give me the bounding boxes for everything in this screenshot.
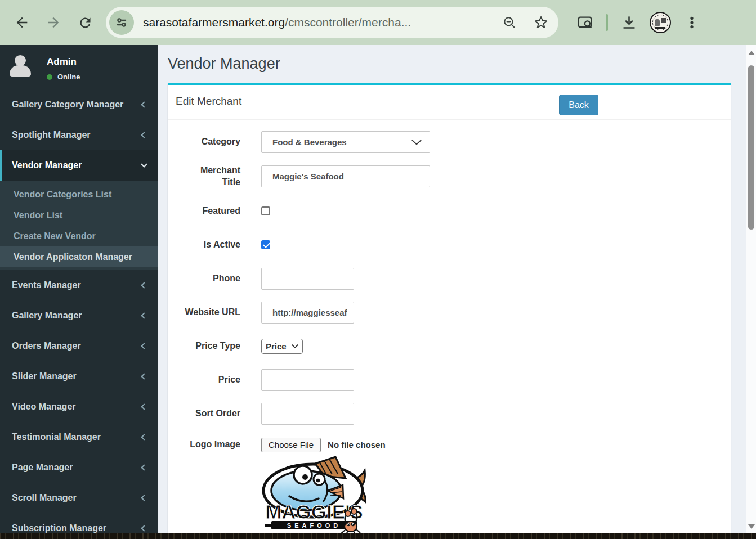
- scrollbar-thumb[interactable]: [748, 65, 754, 230]
- vertical-scrollbar[interactable]: [746, 45, 756, 533]
- scroll-up-arrow[interactable]: [748, 51, 755, 55]
- is-active-checkbox[interactable]: [261, 240, 270, 249]
- file-status-text: No file chosen: [328, 440, 386, 450]
- edit-merchant-form: Category Food & Beverages Merchant Title…: [168, 120, 731, 538]
- price-label: Price: [184, 374, 240, 386]
- sidebar-item-label: Subscription Manager: [12, 523, 142, 533]
- website-url-input[interactable]: [261, 302, 354, 324]
- price-type-select[interactable]: Price: [261, 339, 303, 354]
- phone-input[interactable]: [261, 268, 354, 290]
- sidebar-item-events-manager[interactable]: Events Manager: [0, 270, 158, 300]
- sidebar-item-label: Slider Manager: [12, 371, 142, 381]
- sidebar-item-spotlight-manager[interactable]: Spotlight Manager: [0, 120, 158, 150]
- price-input[interactable]: [261, 369, 354, 391]
- submenu-item-label: Vendor List: [14, 210, 62, 221]
- sidebar-item-label: Events Manager: [12, 280, 142, 290]
- zoom-icon[interactable]: [501, 14, 518, 31]
- chevron-left-icon: [141, 282, 147, 288]
- sidebar-item-testimonial-manager[interactable]: Testimonial Manager: [0, 422, 158, 452]
- sidebar-item-vendor-manager[interactable]: Vendor Manager: [0, 150, 158, 181]
- sidebar-item-label: Orders Manager: [12, 341, 142, 351]
- side-panel-search-icon[interactable]: [576, 14, 593, 31]
- edit-merchant-panel: Edit Merchant Back Category Food & Bever…: [168, 83, 731, 533]
- is-active-label: Is Active: [184, 239, 240, 251]
- sidebar-item-page-manager[interactable]: Page Manager: [0, 452, 158, 483]
- user-avatar-icon: [7, 53, 33, 79]
- sidebar-item-label: Scroll Manager: [12, 493, 142, 503]
- vendor-manager-submenu: Vendor Categories List Vendor List Creat…: [0, 181, 158, 270]
- bookmark-star-icon[interactable]: [533, 14, 549, 31]
- choose-file-button[interactable]: Choose File: [261, 438, 321, 452]
- chevron-left-icon: [141, 343, 147, 349]
- submenu-item-create-new-vendor[interactable]: Create New Vendor: [0, 226, 158, 246]
- sidebar-item-scroll-manager[interactable]: Scroll Manager: [0, 483, 158, 513]
- sidebar-item-label: Video Manager: [12, 402, 142, 412]
- sidebar-item-orders-manager[interactable]: Orders Manager: [0, 331, 158, 361]
- sidebar-item-video-manager[interactable]: Video Manager: [0, 392, 158, 422]
- site-controls-icon[interactable]: [109, 10, 134, 35]
- chevron-left-icon: [141, 373, 147, 379]
- content-area: Vendor Manager Edit Merchant Back Catego…: [158, 45, 756, 533]
- category-label: Category: [184, 136, 240, 148]
- submenu-item-label: Vendor Applicaton Manager: [14, 252, 132, 262]
- chevron-left-icon: [141, 403, 147, 410]
- sort-order-label: Sort Order: [184, 408, 240, 420]
- sidebar-item-slider-manager[interactable]: Slider Manager: [0, 361, 158, 392]
- sidebar-item-gallery-category-manager[interactable]: Gallery Category Manager: [0, 89, 158, 120]
- back-icon[interactable]: [14, 14, 30, 31]
- url-domain: sarasotafarmersmarket.org: [143, 16, 285, 29]
- submenu-item-vendor-application-manager[interactable]: Vendor Applicaton Manager: [0, 246, 158, 267]
- chevron-left-icon: [141, 132, 147, 138]
- online-status-icon: [47, 74, 52, 80]
- chevron-left-icon: [141, 434, 147, 440]
- sort-order-input[interactable]: [261, 403, 354, 425]
- featured-label: Featured: [184, 205, 240, 217]
- logo-text-secondary: SEAFOOD: [287, 522, 341, 529]
- profile-avatar[interactable]: [650, 12, 671, 33]
- online-status-label: Online: [57, 73, 80, 81]
- category-select[interactable]: Food & Beverages: [261, 131, 430, 153]
- back-button[interactable]: Back: [559, 95, 598, 115]
- user-name: Admin: [47, 56, 80, 68]
- browser-toolbar: sarasotafarmersmarket.org/cmscontroller/…: [0, 0, 756, 45]
- submenu-item-label: Create New Vendor: [14, 231, 96, 241]
- user-panel: Admin Online: [0, 45, 158, 89]
- url-text[interactable]: sarasotafarmersmarket.org/cmscontroller/…: [143, 16, 495, 29]
- page-title: Vendor Manager: [168, 55, 280, 73]
- forward-icon[interactable]: [45, 14, 62, 31]
- phone-label: Phone: [184, 273, 240, 285]
- browser-menu-icon[interactable]: [683, 14, 700, 31]
- sidebar-item-gallery-manager[interactable]: Gallery Manager: [0, 300, 158, 331]
- chevron-left-icon: [141, 312, 147, 318]
- merchant-title-label: Merchant Title: [184, 165, 240, 188]
- panel-title: Edit Merchant: [176, 95, 241, 107]
- sidebar-item-label: Page Manager: [12, 462, 142, 473]
- submenu-item-vendor-list[interactable]: Vendor List: [0, 205, 158, 226]
- download-icon[interactable]: [620, 14, 637, 31]
- sidebar-item-label: Spotlight Manager: [12, 130, 142, 140]
- chevron-down-icon: [141, 161, 147, 167]
- website-url-label: Website URL: [184, 307, 240, 318]
- page-bottom-strip: [0, 533, 756, 539]
- reload-icon[interactable]: [77, 14, 93, 31]
- featured-checkbox[interactable]: [261, 206, 270, 215]
- url-bar[interactable]: sarasotafarmersmarket.org/cmscontroller/…: [106, 7, 558, 38]
- sidebar-item-label: Gallery Manager: [12, 311, 142, 321]
- url-path: /cmscontroller/mercha...: [285, 16, 411, 29]
- scroll-down-arrow[interactable]: [748, 524, 755, 529]
- price-type-label: Price Type: [184, 340, 240, 352]
- chevron-left-icon: [141, 495, 147, 501]
- chevron-down-icon: [292, 344, 298, 348]
- sidebar-item-label: Gallery Category Manager: [12, 100, 142, 110]
- merchant-logo-image: MAGGIE'S SEAFOOD: [261, 456, 731, 538]
- sidebar-item-label: Testimonial Manager: [12, 432, 142, 442]
- chevron-down-icon: [411, 140, 422, 145]
- chevron-left-icon: [141, 101, 147, 107]
- logo-image-label: Logo Image: [184, 439, 240, 451]
- merchant-title-input[interactable]: [261, 165, 430, 187]
- submenu-item-vendor-categories-list[interactable]: Vendor Categories List: [0, 184, 158, 205]
- admin-sidebar: Admin Online Gallery Category Manager Sp…: [0, 45, 158, 533]
- submenu-item-label: Vendor Categories List: [14, 190, 111, 200]
- extension-divider: [606, 14, 608, 31]
- sidebar-item-label: Vendor Manager: [12, 160, 142, 170]
